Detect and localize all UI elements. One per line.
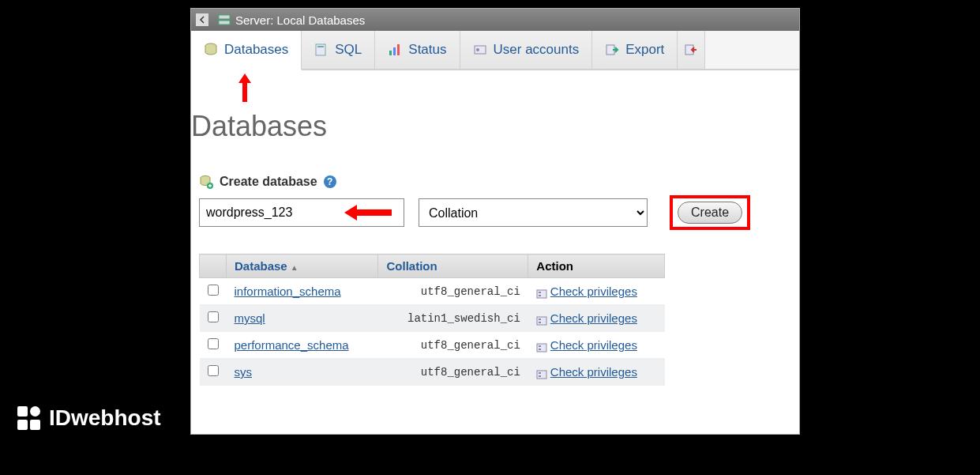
svg-rect-4 — [317, 46, 324, 47]
help-icon[interactable]: ? — [324, 175, 336, 188]
logo-mark-icon — [17, 406, 41, 430]
database-link[interactable]: mysql — [235, 311, 265, 325]
svg-rect-18 — [539, 319, 541, 320]
create-button[interactable]: Create — [678, 202, 742, 224]
svg-rect-24 — [539, 372, 541, 374]
back-icon[interactable] — [196, 13, 208, 26]
row-checkbox[interactable] — [208, 338, 219, 349]
server-icon — [218, 14, 231, 25]
sql-icon — [314, 43, 329, 57]
tabs-bar: Databases SQL Status User accounts Expor… — [191, 31, 799, 70]
svg-rect-22 — [539, 349, 541, 350]
table-row: sysutf8_general_ciCheck privileges — [200, 359, 665, 386]
user-accounts-icon — [473, 43, 487, 57]
col-action: Action — [528, 254, 665, 278]
table-row: performance_schemautf8_general_ciCheck p… — [200, 332, 665, 359]
privileges-icon — [536, 288, 547, 297]
collation-value: utf8_general_ci — [386, 285, 520, 298]
row-checkbox[interactable] — [208, 285, 219, 296]
svg-point-9 — [476, 48, 479, 51]
tab-label: Databases — [224, 42, 288, 58]
col-database[interactable]: Database▲ — [227, 254, 378, 278]
svg-rect-20 — [537, 344, 546, 352]
window-title: Server: Local Databases — [235, 13, 365, 27]
svg-rect-16 — [539, 295, 541, 296]
svg-rect-15 — [539, 292, 541, 293]
svg-rect-7 — [397, 44, 400, 55]
privileges-icon — [536, 341, 547, 351]
check-privileges-link[interactable]: Check privileges — [550, 311, 637, 325]
logo-text: IDwebhost — [49, 405, 161, 431]
import-icon — [684, 43, 698, 57]
window-titlebar: Server: Local Databases — [191, 9, 799, 31]
annotation-highlight-box: Create — [670, 195, 750, 230]
tab-databases[interactable]: Databases — [191, 31, 302, 70]
col-collation[interactable]: Collation — [378, 254, 528, 278]
content-area: Databases Create database ? Collation Cr… — [191, 70, 799, 386]
collation-value: utf8_general_ci — [386, 339, 520, 352]
svg-rect-21 — [539, 345, 541, 347]
status-icon — [388, 43, 402, 57]
create-database-form: Collation Create — [199, 195, 791, 230]
create-database-label: Create database — [220, 175, 317, 189]
table-row: mysqllatin1_swedish_ciCheck privileges — [200, 305, 665, 332]
row-checkbox[interactable] — [208, 365, 219, 376]
check-privileges-link[interactable]: Check privileges — [550, 365, 637, 379]
check-privileges-link[interactable]: Check privileges — [550, 338, 637, 352]
phpmyadmin-window: Server: Local Databases Databases SQL St… — [190, 8, 800, 435]
tab-label: SQL — [335, 42, 362, 58]
tab-more[interactable] — [678, 31, 705, 69]
table-row: information_schemautf8_general_ciCheck p… — [200, 278, 665, 305]
privileges-icon — [536, 368, 547, 378]
tab-status[interactable]: Status — [375, 31, 460, 69]
check-privileges-link[interactable]: Check privileges — [550, 285, 637, 298]
privileges-icon — [536, 315, 547, 324]
svg-rect-17 — [537, 317, 546, 325]
svg-rect-5 — [389, 51, 392, 55]
sort-asc-icon: ▲ — [291, 263, 299, 272]
row-checkbox[interactable] — [208, 311, 219, 322]
svg-rect-19 — [539, 322, 541, 323]
collation-value: utf8_general_ci — [386, 366, 520, 379]
database-add-icon — [199, 175, 213, 189]
database-link[interactable]: sys — [235, 365, 253, 379]
page-title: Databases — [191, 70, 791, 151]
databases-table: Database▲ Collation Action information_s… — [199, 254, 665, 386]
tab-label: Status — [408, 42, 446, 58]
create-database-header: Create database ? — [199, 175, 791, 189]
tab-label: Export — [625, 42, 664, 58]
database-icon — [204, 43, 218, 57]
collation-select[interactable]: Collation — [419, 198, 648, 227]
tab-label: User accounts — [494, 42, 580, 58]
tab-user-accounts[interactable]: User accounts — [460, 31, 593, 69]
annotation-arrow-left — [344, 203, 392, 225]
database-link[interactable]: information_schema — [235, 285, 341, 298]
svg-rect-14 — [537, 290, 546, 298]
svg-rect-1 — [219, 21, 230, 25]
idwebhost-logo: IDwebhost — [17, 405, 161, 431]
collation-value: latin1_swedish_ci — [386, 312, 520, 325]
svg-rect-25 — [539, 375, 541, 377]
database-link[interactable]: performance_schema — [235, 338, 349, 352]
svg-rect-23 — [537, 371, 546, 379]
tab-export[interactable]: Export — [592, 31, 678, 69]
svg-rect-0 — [219, 15, 230, 19]
tab-sql[interactable]: SQL — [302, 31, 375, 69]
export-icon — [605, 43, 619, 57]
svg-rect-6 — [393, 47, 396, 55]
